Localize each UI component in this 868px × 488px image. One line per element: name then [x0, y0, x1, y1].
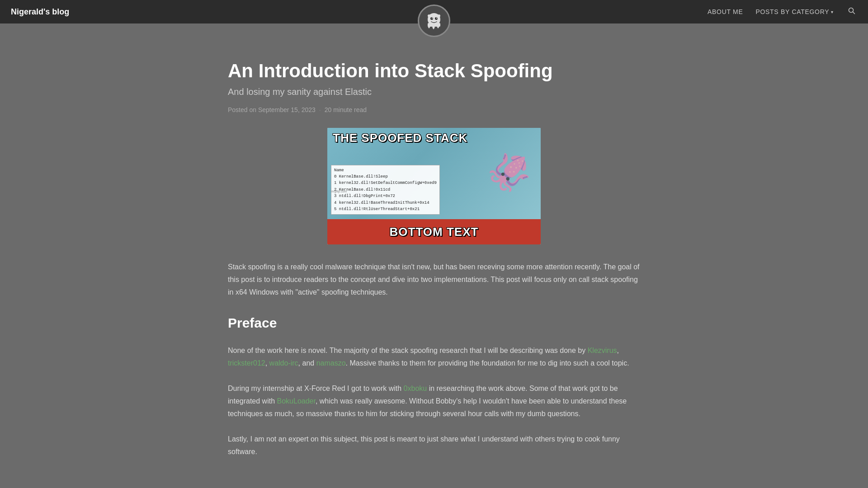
main-content: An Introduction into Stack Spoofing And …: [217, 23, 651, 488]
read-time: 20 minute read: [325, 106, 367, 113]
table-row: Name: [334, 167, 437, 174]
preface-paragraph-2: During my internship at X-Force Red I go…: [228, 382, 640, 420]
about-link[interactable]: ABOUT ME: [708, 8, 743, 15]
meta-separator: ·: [319, 106, 321, 113]
meme-top-text: THE SPOOFED STACK: [333, 131, 467, 145]
dropdown-arrow-icon: ▾: [831, 9, 834, 14]
svg-point-2: [435, 17, 438, 20]
posts-by-category-label: POSTS BY CATEGORY: [755, 8, 829, 15]
table-row: 1 kernel32.dll!SetDefaultCommConfigW+0xe…: [334, 180, 437, 186]
intro-paragraph: Stack spoofing is a really cool malware …: [228, 261, 640, 299]
search-icon: [848, 7, 855, 14]
preface-p2-before: During my internship at X-Force Red I go…: [228, 385, 404, 392]
svg-rect-7: [428, 23, 440, 27]
bokuloader-link[interactable]: BokuLoader: [277, 397, 316, 405]
svg-point-4: [436, 18, 437, 19]
preface-heading: Preface: [228, 311, 640, 335]
preface-paragraph-3: Lastly, I am not an expert on this subje…: [228, 433, 640, 458]
search-button[interactable]: [846, 5, 857, 18]
table-row: 4 kernel32.dll!BaseThreadInitThunk+0x14: [334, 200, 437, 206]
preface-p1-end: . Massive thanks to them for providing t…: [346, 359, 629, 367]
posts-by-category-link[interactable]: POSTS BY CATEGORY ▾: [755, 8, 834, 15]
meme-character: 🦑: [486, 151, 532, 194]
table-row: 5 ntdll.dll!RtlUserThreadStart+0x21: [334, 206, 437, 212]
namaszo-link[interactable]: namaszo: [316, 359, 346, 367]
preface-p1-after: , and: [298, 359, 316, 367]
post-date: Posted on September 15, 2023: [228, 106, 316, 113]
svg-point-6: [438, 14, 440, 17]
table-row: 2 KernelBase.dll!0x11cd: [334, 187, 437, 193]
meme-bottom-section: BOTTOM TEXT: [327, 219, 541, 244]
post-meta: Posted on September 15, 2023 · 20 minute…: [228, 106, 640, 113]
navbar: Nigerald's blog: [0, 0, 868, 23]
hero-image: THE SPOOFED STACK Name 0 KernelBase.dll!…: [327, 128, 541, 244]
nav-links: ABOUT ME POSTS BY CATEGORY ▾: [708, 5, 857, 18]
post-title: An Introduction into Stack Spoofing: [228, 60, 640, 82]
hero-image-container: THE SPOOFED STACK Name 0 KernelBase.dll!…: [228, 128, 640, 244]
0xboku-link[interactable]: 0xboku: [404, 385, 427, 392]
logo-icon: [423, 9, 445, 32]
post-subtitle: And losing my sanity against Elastic: [228, 87, 640, 97]
meme-top-section: THE SPOOFED STACK Name 0 KernelBase.dll!…: [327, 128, 541, 219]
klezvirus-link[interactable]: Klezvirus: [588, 347, 617, 354]
site-logo: [418, 5, 450, 37]
preface-paragraph-1: None of the work here is novel. The majo…: [228, 344, 640, 370]
table-row: 0 KernelBase.dll!Sleep: [334, 174, 437, 180]
waldo-irc-link[interactable]: waldo-irc: [269, 359, 298, 367]
site-brand[interactable]: Nigerald's blog: [11, 7, 69, 17]
meme-table: Name 0 KernelBase.dll!Sleep 1 kernel32.d…: [331, 165, 440, 215]
meme-imgflip-attribution: imgflip.com: [331, 190, 347, 193]
svg-point-3: [432, 18, 433, 19]
meme-bottom-text: BOTTOM TEXT: [390, 225, 479, 239]
logo-container: [418, 5, 450, 37]
preface-p1-before: None of the work here is novel. The majo…: [228, 347, 588, 354]
table-row: 3 ntdll.dll!DbgPrint+0x72: [334, 193, 437, 199]
trickster012-link[interactable]: trickster012: [228, 359, 265, 367]
svg-line-9: [853, 12, 855, 14]
svg-point-1: [430, 17, 433, 20]
svg-point-5: [428, 14, 430, 17]
post-body: Stack spoofing is a really cool malware …: [228, 261, 640, 458]
